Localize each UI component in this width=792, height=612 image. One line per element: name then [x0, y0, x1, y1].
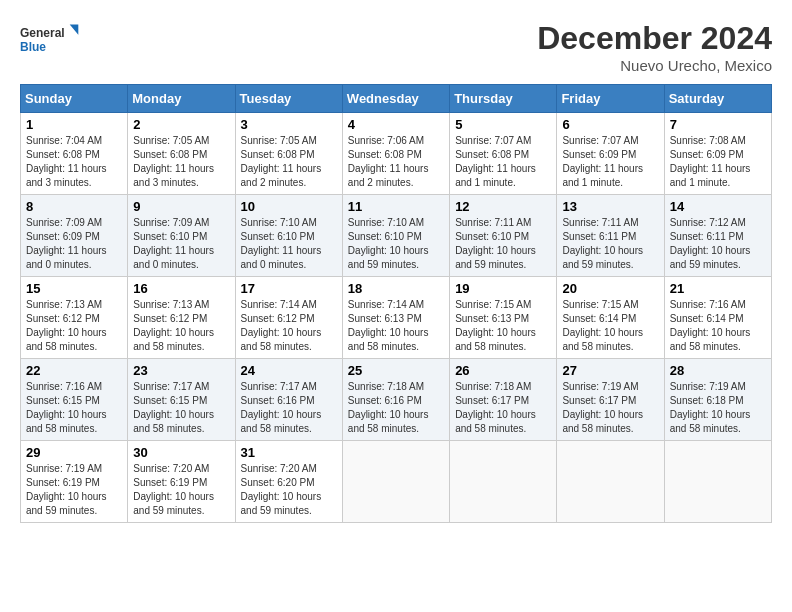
calendar-cell: 17 Sunrise: 7:14 AMSunset: 6:12 PMDaylig… [235, 277, 342, 359]
day-number: 16 [133, 281, 229, 296]
day-number: 11 [348, 199, 444, 214]
calendar-cell: 12 Sunrise: 7:11 AMSunset: 6:10 PMDaylig… [450, 195, 557, 277]
calendar-cell: 3 Sunrise: 7:05 AMSunset: 6:08 PMDayligh… [235, 113, 342, 195]
day-info: Sunrise: 7:09 AMSunset: 6:09 PMDaylight:… [26, 217, 107, 270]
day-info: Sunrise: 7:13 AMSunset: 6:12 PMDaylight:… [133, 299, 214, 352]
calendar-cell: 10 Sunrise: 7:10 AMSunset: 6:10 PMDaylig… [235, 195, 342, 277]
calendar-cell: 28 Sunrise: 7:19 AMSunset: 6:18 PMDaylig… [664, 359, 771, 441]
calendar-cell: 21 Sunrise: 7:16 AMSunset: 6:14 PMDaylig… [664, 277, 771, 359]
svg-text:General: General [20, 26, 65, 40]
day-info: Sunrise: 7:04 AMSunset: 6:08 PMDaylight:… [26, 135, 107, 188]
calendar-cell [450, 441, 557, 523]
calendar-cell: 5 Sunrise: 7:07 AMSunset: 6:08 PMDayligh… [450, 113, 557, 195]
day-number: 17 [241, 281, 337, 296]
calendar-cell: 30 Sunrise: 7:20 AMSunset: 6:19 PMDaylig… [128, 441, 235, 523]
week-row-2: 8 Sunrise: 7:09 AMSunset: 6:09 PMDayligh… [21, 195, 772, 277]
week-row-5: 29 Sunrise: 7:19 AMSunset: 6:19 PMDaylig… [21, 441, 772, 523]
calendar-cell: 4 Sunrise: 7:06 AMSunset: 6:08 PMDayligh… [342, 113, 449, 195]
day-number: 27 [562, 363, 658, 378]
week-row-4: 22 Sunrise: 7:16 AMSunset: 6:15 PMDaylig… [21, 359, 772, 441]
day-number: 5 [455, 117, 551, 132]
day-info: Sunrise: 7:05 AMSunset: 6:08 PMDaylight:… [241, 135, 322, 188]
day-info: Sunrise: 7:09 AMSunset: 6:10 PMDaylight:… [133, 217, 214, 270]
calendar-cell: 7 Sunrise: 7:08 AMSunset: 6:09 PMDayligh… [664, 113, 771, 195]
day-info: Sunrise: 7:17 AMSunset: 6:15 PMDaylight:… [133, 381, 214, 434]
weekday-header-row: SundayMondayTuesdayWednesdayThursdayFrid… [21, 85, 772, 113]
week-row-1: 1 Sunrise: 7:04 AMSunset: 6:08 PMDayligh… [21, 113, 772, 195]
calendar-cell: 19 Sunrise: 7:15 AMSunset: 6:13 PMDaylig… [450, 277, 557, 359]
header: General Blue December 2024 Nuevo Urecho,… [20, 20, 772, 74]
weekday-header-friday: Friday [557, 85, 664, 113]
calendar-cell: 31 Sunrise: 7:20 AMSunset: 6:20 PMDaylig… [235, 441, 342, 523]
calendar-cell: 2 Sunrise: 7:05 AMSunset: 6:08 PMDayligh… [128, 113, 235, 195]
calendar-cell: 11 Sunrise: 7:10 AMSunset: 6:10 PMDaylig… [342, 195, 449, 277]
day-info: Sunrise: 7:06 AMSunset: 6:08 PMDaylight:… [348, 135, 429, 188]
day-info: Sunrise: 7:11 AMSunset: 6:11 PMDaylight:… [562, 217, 643, 270]
week-row-3: 15 Sunrise: 7:13 AMSunset: 6:12 PMDaylig… [21, 277, 772, 359]
day-info: Sunrise: 7:15 AMSunset: 6:14 PMDaylight:… [562, 299, 643, 352]
day-number: 20 [562, 281, 658, 296]
calendar-cell: 18 Sunrise: 7:14 AMSunset: 6:13 PMDaylig… [342, 277, 449, 359]
day-info: Sunrise: 7:12 AMSunset: 6:11 PMDaylight:… [670, 217, 751, 270]
day-number: 25 [348, 363, 444, 378]
day-info: Sunrise: 7:16 AMSunset: 6:14 PMDaylight:… [670, 299, 751, 352]
day-info: Sunrise: 7:11 AMSunset: 6:10 PMDaylight:… [455, 217, 536, 270]
day-number: 30 [133, 445, 229, 460]
day-number: 6 [562, 117, 658, 132]
day-number: 21 [670, 281, 766, 296]
day-number: 19 [455, 281, 551, 296]
weekday-header-saturday: Saturday [664, 85, 771, 113]
weekday-header-wednesday: Wednesday [342, 85, 449, 113]
day-info: Sunrise: 7:20 AMSunset: 6:19 PMDaylight:… [133, 463, 214, 516]
day-number: 10 [241, 199, 337, 214]
calendar-cell [664, 441, 771, 523]
day-number: 4 [348, 117, 444, 132]
title-area: December 2024 Nuevo Urecho, Mexico [537, 20, 772, 74]
day-number: 26 [455, 363, 551, 378]
day-info: Sunrise: 7:15 AMSunset: 6:13 PMDaylight:… [455, 299, 536, 352]
calendar-cell: 13 Sunrise: 7:11 AMSunset: 6:11 PMDaylig… [557, 195, 664, 277]
day-info: Sunrise: 7:10 AMSunset: 6:10 PMDaylight:… [348, 217, 429, 270]
weekday-header-thursday: Thursday [450, 85, 557, 113]
day-info: Sunrise: 7:07 AMSunset: 6:08 PMDaylight:… [455, 135, 536, 188]
weekday-header-tuesday: Tuesday [235, 85, 342, 113]
calendar-cell: 15 Sunrise: 7:13 AMSunset: 6:12 PMDaylig… [21, 277, 128, 359]
day-number: 15 [26, 281, 122, 296]
day-number: 9 [133, 199, 229, 214]
day-number: 23 [133, 363, 229, 378]
logo-svg: General Blue [20, 20, 80, 60]
calendar-cell [342, 441, 449, 523]
svg-marker-2 [70, 25, 79, 35]
calendar-cell: 29 Sunrise: 7:19 AMSunset: 6:19 PMDaylig… [21, 441, 128, 523]
calendar-cell: 14 Sunrise: 7:12 AMSunset: 6:11 PMDaylig… [664, 195, 771, 277]
logo: General Blue [20, 20, 80, 60]
day-number: 18 [348, 281, 444, 296]
day-info: Sunrise: 7:19 AMSunset: 6:18 PMDaylight:… [670, 381, 751, 434]
day-info: Sunrise: 7:14 AMSunset: 6:13 PMDaylight:… [348, 299, 429, 352]
day-info: Sunrise: 7:19 AMSunset: 6:17 PMDaylight:… [562, 381, 643, 434]
day-number: 31 [241, 445, 337, 460]
calendar-cell: 22 Sunrise: 7:16 AMSunset: 6:15 PMDaylig… [21, 359, 128, 441]
day-info: Sunrise: 7:18 AMSunset: 6:17 PMDaylight:… [455, 381, 536, 434]
calendar-cell: 6 Sunrise: 7:07 AMSunset: 6:09 PMDayligh… [557, 113, 664, 195]
location: Nuevo Urecho, Mexico [537, 57, 772, 74]
calendar-cell: 25 Sunrise: 7:18 AMSunset: 6:16 PMDaylig… [342, 359, 449, 441]
month-title: December 2024 [537, 20, 772, 57]
day-number: 12 [455, 199, 551, 214]
calendar-cell: 20 Sunrise: 7:15 AMSunset: 6:14 PMDaylig… [557, 277, 664, 359]
calendar-cell: 27 Sunrise: 7:19 AMSunset: 6:17 PMDaylig… [557, 359, 664, 441]
day-info: Sunrise: 7:10 AMSunset: 6:10 PMDaylight:… [241, 217, 322, 270]
day-number: 22 [26, 363, 122, 378]
day-number: 3 [241, 117, 337, 132]
day-number: 29 [26, 445, 122, 460]
calendar-cell: 26 Sunrise: 7:18 AMSunset: 6:17 PMDaylig… [450, 359, 557, 441]
day-number: 28 [670, 363, 766, 378]
calendar-table: SundayMondayTuesdayWednesdayThursdayFrid… [20, 84, 772, 523]
day-info: Sunrise: 7:13 AMSunset: 6:12 PMDaylight:… [26, 299, 107, 352]
day-info: Sunrise: 7:20 AMSunset: 6:20 PMDaylight:… [241, 463, 322, 516]
day-number: 24 [241, 363, 337, 378]
calendar-cell [557, 441, 664, 523]
calendar-cell: 16 Sunrise: 7:13 AMSunset: 6:12 PMDaylig… [128, 277, 235, 359]
day-info: Sunrise: 7:08 AMSunset: 6:09 PMDaylight:… [670, 135, 751, 188]
day-number: 13 [562, 199, 658, 214]
